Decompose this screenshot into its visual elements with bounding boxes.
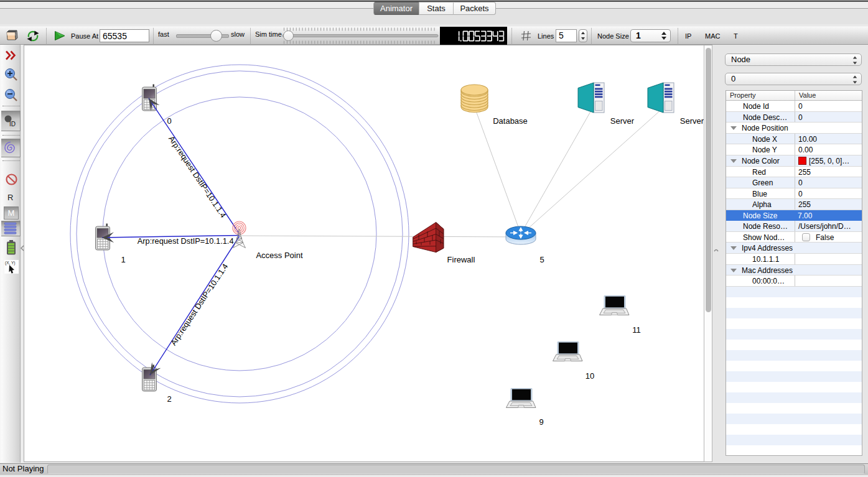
svg-text:ID: ID: [9, 121, 16, 127]
svg-text:1: 1: [121, 255, 125, 264]
svg-text:9: 9: [539, 417, 543, 427]
svg-text:Arp:request DstIP=10.1.1.4: Arp:request DstIP=10.1.1.4: [167, 134, 228, 220]
svg-text:(X, Y): (X, Y): [5, 261, 16, 266]
svg-text:Server: Server: [680, 116, 704, 126]
svg-text:Arp:request DstIP=10.1.1.4: Arp:request DstIP=10.1.1.4: [138, 236, 234, 246]
svg-text:2: 2: [167, 394, 171, 404]
svg-text:Firewall: Firewall: [447, 255, 475, 264]
svg-text:Database: Database: [493, 116, 528, 126]
svg-text:0: 0: [167, 116, 171, 126]
svg-text:Server: Server: [610, 116, 635, 126]
svg-text:Access Point: Access Point: [256, 251, 303, 260]
svg-text:5: 5: [539, 255, 544, 264]
svg-text:11: 11: [632, 325, 641, 335]
svg-text:Arp:request DstIP=10.1.1.4: Arp:request DstIP=10.1.1.4: [169, 262, 230, 347]
svg-text:10: 10: [586, 371, 594, 381]
